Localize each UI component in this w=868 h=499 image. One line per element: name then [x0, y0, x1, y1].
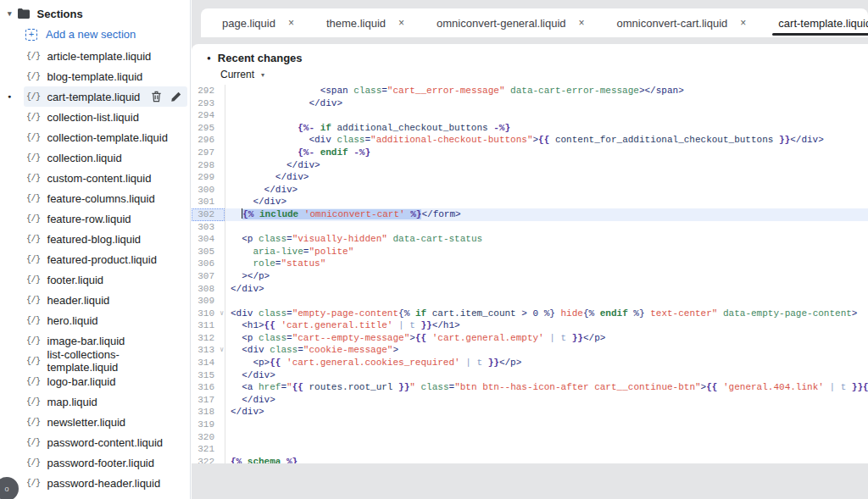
- sidebar-item-cart-template-liquid[interactable]: {/}cart-template.liquid●: [24, 86, 187, 107]
- code-line-311: <h1>{{ 'cart.general.title' | t }}</h1>: [225, 319, 868, 332]
- delete-section-icon[interactable]: [151, 91, 162, 103]
- code-file-icon: {/}: [26, 113, 41, 122]
- sidebar-item-password-footer-liquid[interactable]: {/}password-footer.liquid: [24, 452, 187, 473]
- gutter-line-294: 294: [192, 109, 225, 122]
- chat-bubble-label: o: [4, 485, 8, 493]
- close-tab-icon[interactable]: ×: [579, 17, 585, 29]
- code-line-318: </div>: [225, 406, 868, 419]
- tab-omniconvert-general-liquid[interactable]: omniconvert-general.liquid×: [420, 8, 601, 37]
- file-name-label: image-bar.liquid: [47, 335, 125, 347]
- sidebar-item-map-liquid[interactable]: {/}map.liquid: [24, 391, 187, 412]
- gutter-line-304: 304: [192, 233, 225, 246]
- close-tab-icon[interactable]: ×: [740, 17, 746, 29]
- gutter-line-308: 308: [192, 283, 225, 296]
- sidebar-item-header-liquid[interactable]: {/}header.liquid: [24, 290, 187, 310]
- sidebar-item-feature-row-liquid[interactable]: {/}feature-row.liquid: [24, 208, 187, 229]
- sidebar-item-blog-template-liquid[interactable]: {/}blog-template.liquid: [24, 66, 187, 86]
- sidebar-item-list-collections-template-liquid[interactable]: {/}list-collections-template.liquid: [24, 351, 187, 371]
- code-line-305: aria-live="polite": [225, 246, 868, 258]
- collapse-caret-icon[interactable]: ▾: [8, 9, 12, 18]
- sidebar-item-collection-list-liquid[interactable]: {/}collection-list.liquid: [24, 107, 187, 127]
- code-file-icon: {/}: [26, 357, 41, 366]
- file-name-label: blog-template.liquid: [47, 70, 143, 83]
- tab-label: omniconvert-cart.liquid: [617, 17, 728, 30]
- code-line-322: {% schema %}: [225, 456, 868, 463]
- gutter-line-301: 301: [192, 196, 225, 208]
- sidebar-item-custom-content-liquid[interactable]: {/}custom-content.liquid: [24, 168, 187, 188]
- close-tab-icon[interactable]: ×: [288, 17, 294, 29]
- sidebar-item-feature-columns-liquid[interactable]: {/}feature-columns.liquid: [24, 188, 187, 208]
- gutter-line-309: 309: [192, 295, 225, 308]
- tab-label: omniconvert-general.liquid: [437, 17, 565, 30]
- sections-folder-header[interactable]: ▾ Sections: [0, 3, 190, 24]
- code-lines[interactable]: <span class="cart__error-message" data-c…: [225, 85, 868, 463]
- code-file-icon: {/}: [26, 296, 41, 305]
- code-line-297: {%- endif -%}: [225, 147, 868, 159]
- code-line-309: [225, 295, 868, 308]
- sidebar-item-footer-liquid[interactable]: {/}footer.liquid: [24, 269, 187, 290]
- gutter-line-292: 292: [192, 85, 225, 97]
- code-line-313: <div class="cookie-message">: [225, 344, 868, 357]
- fold-arrow-icon[interactable]: ∨: [220, 345, 224, 355]
- version-dropdown[interactable]: Current ▾: [220, 69, 853, 80]
- code-file-icon: {/}: [26, 255, 41, 264]
- code-file-icon: {/}: [26, 92, 41, 102]
- unsaved-changes-dot-icon: ●: [207, 55, 211, 62]
- code-file-icon: {/}: [26, 153, 41, 163]
- gutter-line-314: 314: [192, 357, 225, 369]
- code-file-icon: {/}: [26, 235, 41, 244]
- code-editor[interactable]: 2922932942952962972982993003013023033043…: [192, 85, 868, 463]
- shopify-code-editor: { "sidebar": { "header": { "label": "Sec…: [0, 0, 868, 499]
- gutter-line-299: 299: [192, 171, 225, 184]
- sidebar-item-collection-liquid[interactable]: {/}collection.liquid: [24, 147, 187, 168]
- code-file-icon: {/}: [26, 72, 41, 81]
- sidebar-item-featured-blog-liquid[interactable]: {/}featured-blog.liquid: [24, 229, 187, 249]
- code-file-icon: {/}: [26, 397, 41, 407]
- tab-theme-liquid[interactable]: theme.liquid×: [310, 8, 420, 37]
- gutter-line-311: 311: [192, 319, 225, 332]
- gutter-line-295: 295: [192, 122, 225, 135]
- recent-changes-header: ● Recent changes Current ▾: [192, 44, 868, 83]
- sections-sidebar: ▾ Sections Add a new section {/}article-…: [0, 0, 191, 499]
- sidebar-item-password-header-liquid[interactable]: {/}password-header.liquid: [24, 473, 187, 493]
- tab-page-liquid[interactable]: page.liquid×: [206, 8, 310, 37]
- code-line-321: [225, 443, 868, 456]
- code-line-293: </div>: [225, 97, 868, 110]
- file-name-label: map.liquid: [47, 396, 97, 408]
- code-file-icon: {/}: [26, 194, 41, 203]
- chevron-down-icon: ▾: [261, 71, 264, 79]
- gutter-line-318: 318: [192, 406, 225, 419]
- tab-omniconvert-cart-liquid[interactable]: omniconvert-cart.liquid×: [601, 8, 763, 37]
- tab-label: page.liquid: [222, 17, 275, 30]
- gutter-line-322: 322: [192, 456, 225, 463]
- file-actions: [151, 91, 187, 103]
- file-name-label: feature-columns.liquid: [47, 192, 155, 205]
- code-line-301: </div>: [225, 196, 868, 208]
- tab-cart-template-liquid[interactable]: cart-template.liquid×: [762, 8, 868, 37]
- close-tab-icon[interactable]: ×: [398, 17, 404, 29]
- code-line-295: {%- if additional_checkout_buttons -%}: [225, 122, 868, 135]
- code-line-315: </div>: [225, 369, 868, 382]
- code-line-310: <div class="empty-page-content{% if cart…: [225, 308, 868, 320]
- sidebar-item-hero-liquid[interactable]: {/}hero.liquid: [24, 310, 187, 330]
- file-name-label: collection-template.liquid: [47, 131, 168, 144]
- add-new-section-button[interactable]: Add a new section: [0, 24, 190, 45]
- sidebar-item-collection-template-liquid[interactable]: {/}collection-template.liquid: [24, 127, 187, 147]
- file-name-label: newsletter.liquid: [47, 416, 126, 429]
- gutter-line-305: 305: [192, 246, 225, 258]
- code-file-icon: {/}: [26, 418, 41, 427]
- sidebar-item-password-content-liquid[interactable]: {/}password-content.liquid: [24, 432, 187, 452]
- fold-arrow-icon[interactable]: ∨: [220, 308, 224, 319]
- file-name-label: header.liquid: [47, 294, 110, 307]
- tab-label: cart-template.liquid: [778, 17, 868, 30]
- rename-section-icon[interactable]: [170, 91, 181, 103]
- gutter-line-316: 316: [192, 381, 225, 394]
- gutter-line-296: 296: [192, 134, 225, 147]
- gutter-line-315: 315: [192, 369, 225, 382]
- sidebar-item-logo-bar-liquid[interactable]: {/}logo-bar.liquid: [24, 371, 187, 391]
- sidebar-item-newsletter-liquid[interactable]: {/}newsletter.liquid: [24, 412, 187, 432]
- gutter-line-313: 313∨: [192, 344, 225, 357]
- sidebar-item-article-template-liquid[interactable]: {/}article-template.liquid: [24, 46, 187, 66]
- sidebar-item-featured-product-liquid[interactable]: {/}featured-product.liquid: [24, 249, 187, 269]
- tab-label: theme.liquid: [326, 17, 386, 30]
